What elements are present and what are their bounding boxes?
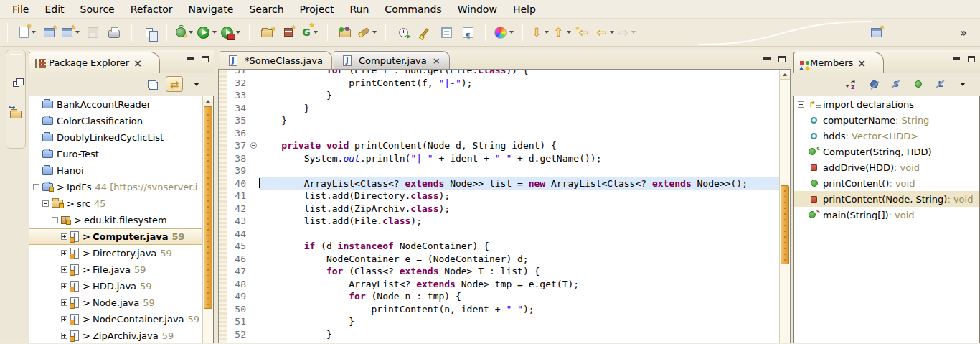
code-line-38[interactable]: System.out.println("|-" + ident + " " + … [259,152,779,165]
view-toolbar-button-hide-local-types[interactable] [932,76,949,92]
code-line-47[interactable]: for (Class<? extends Node> T : list) { [259,265,779,278]
dropdown-arrow-icon[interactable] [32,31,36,34]
expander-minus-icon[interactable] [33,184,39,190]
menubar-item-commands[interactable]: Commands [377,1,449,17]
tree-item-euro-test[interactable]: Euro-Test [29,146,213,162]
fastview-button-fast-view-shortcut[interactable] [7,103,24,124]
tree-item-bankaccountreader[interactable]: BankAccountReader [29,96,213,113]
scrollbar-thumb[interactable] [781,185,789,264]
line-number-gutter[interactable]: 3132333435363738394041424344454647484950… [227,69,250,343]
fastview-button-restore-views[interactable] [7,72,24,92]
close-icon[interactable] [133,57,142,69]
view-toolbar-button-show-public-members[interactable] [910,76,927,92]
tree-item-doublylinkedcycliclist[interactable]: DoublyLinkedCyclicList [29,129,213,146]
tree-item-edu-kit-filesystem[interactable]: >edu.kit.filesystem [29,212,213,228]
tree-item-computer-java[interactable]: >Computer.java59 [29,228,213,245]
toolbar-button-debug[interactable] [176,22,193,42]
code-line-39[interactable] [259,164,779,177]
toolbar-button-scheduled-task[interactable] [395,22,412,42]
menubar-item-run[interactable]: Run [342,1,377,17]
code-text-area[interactable]: for (File f : hdd.get(File.class)) { pri… [259,69,779,343]
minimize-icon[interactable] [763,57,771,60]
code-line-53[interactable]: } [259,340,779,343]
expander-plus-icon[interactable] [61,316,67,322]
toolbar-button-previous-annotation[interactable] [553,22,570,42]
dropdown-arrow-icon[interactable] [314,31,318,34]
code-line-40[interactable]: ArrayList<Class<? extends Node>> list = … [259,177,779,190]
package-explorer-title-tab[interactable]: Package Explorer [29,52,160,73]
tree-item-src[interactable]: >src45 [29,195,213,212]
scroll-up-icon[interactable] [780,70,790,80]
toolbar-button-new-wizard[interactable] [62,22,80,42]
minimize-icon[interactable] [953,57,960,60]
toolbar-button-new-window[interactable] [40,22,57,42]
dropdown-arrow-icon[interactable] [610,31,614,34]
menubar-item-window[interactable]: Window [450,1,505,17]
member-item-main-string-[interactable]: smain(String[]) : void [794,207,979,223]
toolbar-button-new-java-project[interactable] [258,22,275,42]
expander-plus-icon[interactable] [61,233,67,240]
close-icon[interactable] [430,55,440,66]
toolbar-button-show-whitespace[interactable] [459,22,476,42]
expander-minus-icon[interactable] [52,217,58,223]
code-line-44[interactable] [259,228,779,241]
dropdown-arrow-icon[interactable] [567,31,571,34]
tree-item-node-java[interactable]: >Node.java59 [29,294,213,311]
editor-tab-computer-java[interactable]: Computer.java [334,51,450,69]
toolbar-button-search[interactable] [358,22,377,42]
expander-minus-icon[interactable] [42,200,49,207]
code-line-35[interactable]: } [259,114,779,127]
toolbar-button-open-resource[interactable] [141,22,158,42]
editor-scrollbar[interactable] [779,70,790,343]
scrollbar-thumb[interactable] [204,106,212,309]
menubar-item-search[interactable]: Search [241,1,291,17]
tree-item-ziparchiv-java[interactable]: >ZipArchiv.java59 [29,327,213,343]
member-item-computername[interactable]: computerName : String [794,112,979,128]
view-toolbar-button-sort-alphabetically[interactable] [843,76,860,92]
tree-item-directory-java[interactable]: >Directory.java59 [29,245,213,261]
minimize-icon[interactable] [187,57,194,60]
toolbar-button-new-class[interactable]: G [301,22,319,42]
view-toolbar-button-view-menu[interactable] [954,76,971,92]
member-item-adddrive-hdd-[interactable]: addDrive(HDD) : void [794,159,979,175]
dropdown-arrow-icon[interactable] [631,31,636,34]
toolbar-button-print[interactable] [105,22,123,42]
toolbar-button-color-palette[interactable] [494,22,514,42]
dropdown-arrow-icon[interactable] [509,31,514,34]
menubar-item-source[interactable]: Source [72,1,123,17]
dropdown-arrow-icon[interactable] [545,31,549,34]
menubar-item-navigate[interactable]: Navigate [181,1,242,17]
toolbar-button-new-package[interactable] [280,22,297,42]
menubar-item-refactor[interactable]: Refactor [123,1,181,17]
code-line-36[interactable] [259,127,779,140]
toolbar-button-external-tools[interactable] [221,22,240,42]
code-line-49[interactable]: for (Node n : tmp) { [259,290,779,303]
code-line-32[interactable]: printContent(f, "|-"); [259,77,779,90]
expander-plus-icon[interactable] [798,101,804,108]
member-item-printcontent-[interactable]: printContent() : void [794,175,979,191]
member-item-printcontent-node-string-[interactable]: printContent(Node, String) : void [794,191,979,207]
toolbar-button-new[interactable] [19,22,36,42]
toolbar-button-last-edit-location[interactable] [575,22,593,42]
code-line-33[interactable]: } [259,89,779,102]
expander-plus-icon[interactable] [61,299,67,306]
fold-collapse-icon[interactable] [250,142,257,149]
maximize-icon[interactable] [202,56,209,62]
code-line-42[interactable]: list.add(ZipArchiv.class); [259,203,779,215]
code-line-46[interactable]: NodeContainer e = (NodeContainer) d; [259,253,779,266]
menubar-item-edit[interactable]: Edit [37,1,72,17]
dropdown-arrow-icon[interactable] [372,31,377,34]
dropdown-arrow-icon[interactable] [189,31,193,34]
dropdown-arrow-icon[interactable] [75,31,80,34]
member-item-computer-string-hdd-[interactable]: cComputer(String, HDD) [794,144,979,159]
menubar-item-help[interactable]: Help [505,1,544,17]
tree-item-file-java[interactable]: >File.java59 [29,261,213,278]
fold-margin[interactable] [250,69,259,343]
view-toolbar-button-link-with-editor[interactable] [166,76,183,92]
view-toolbar-button-collapse-all[interactable] [143,76,161,92]
toolbar-button-open-type[interactable] [336,22,354,42]
code-line-43[interactable]: list.add(File.class); [259,215,779,228]
member-item-import-declarations[interactable]: import declarations [794,96,979,112]
code-line-50[interactable]: printContent(n, ident + "-"); [259,303,779,316]
toolbar-button-next-annotation[interactable] [532,22,549,42]
